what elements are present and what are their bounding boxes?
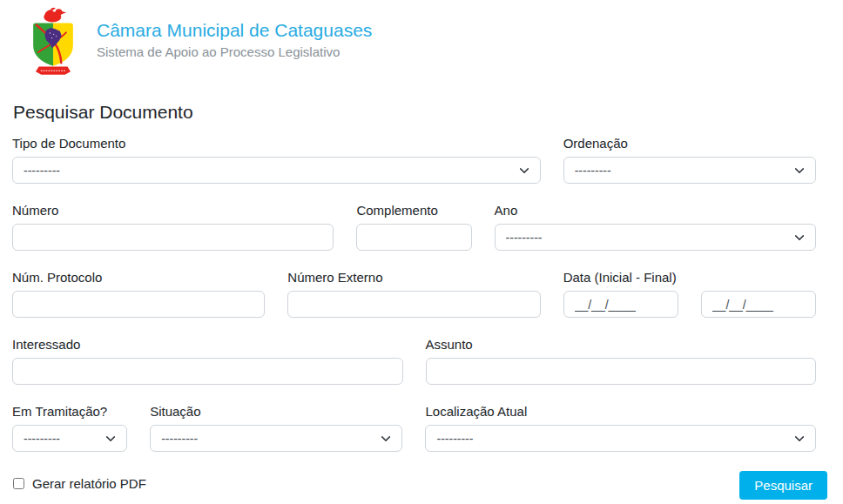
tipo-documento-label: Tipo de Documento	[12, 136, 541, 151]
em-tramitacao-select[interactable]: ---------	[12, 425, 127, 452]
assunto-input[interactable]	[426, 358, 817, 385]
app-title: Câmara Municipal de Cataguases	[97, 19, 372, 42]
ano-select[interactable]: ---------	[495, 224, 816, 251]
gerar-relatorio-pdf-checkbox[interactable]	[13, 478, 24, 489]
ano-label: Ano	[495, 203, 816, 218]
num-protocolo-label: Núm. Protocolo	[12, 270, 265, 285]
localizacao-atual-select[interactable]: ---------	[425, 425, 816, 452]
interessado-label: Interessado	[12, 337, 403, 352]
header-text: Câmara Municipal de Cataguases Sistema d…	[97, 7, 372, 62]
pesquisar-button[interactable]: Pesquisar	[739, 471, 827, 500]
gerar-relatorio-pdf-label: Gerar relatório PDF	[32, 476, 146, 491]
data-inicial-final-label: Data (Inicial - Final)	[563, 270, 816, 285]
form-row-4: Interessado Assunto	[1, 337, 827, 385]
ordenacao-select[interactable]: ---------	[563, 157, 816, 184]
num-protocolo-input[interactable]	[12, 291, 265, 318]
form-row-5: Em Tramitação? --------- Situação ------…	[1, 404, 827, 452]
numero-externo-label: Número Externo	[287, 270, 540, 285]
form-actions-row: Gerar relatório PDF Pesquisar	[1, 471, 827, 500]
localizacao-atual-label: Localização Atual	[425, 404, 816, 419]
data-inicial-input[interactable]	[563, 291, 678, 318]
form-row-1: Tipo de Documento --------- Ordenação --…	[1, 136, 827, 184]
numero-externo-input[interactable]	[287, 291, 540, 318]
complemento-label: Complemento	[356, 203, 471, 218]
numero-input[interactable]	[12, 224, 334, 251]
search-form-container: Pesquisar Documento Tipo de Documento --…	[0, 102, 827, 500]
complemento-input[interactable]	[356, 224, 471, 251]
situacao-select[interactable]: ---------	[150, 425, 402, 452]
form-row-2: Número Complemento Ano ---------	[1, 203, 827, 251]
app-subtitle: Sistema de Apoio ao Processo Legislativo	[97, 44, 372, 61]
data-final-input[interactable]	[701, 291, 816, 318]
app-header: Câmara Municipal de Cataguases Sistema d…	[0, 0, 843, 77]
cataguases-coat-of-arms-icon	[22, 7, 84, 77]
page-title: Pesquisar Documento	[13, 102, 827, 123]
ordenacao-label: Ordenação	[563, 136, 816, 151]
form-row-3: Núm. Protocolo Número Externo Data (Inic…	[1, 270, 827, 318]
pesquisar-documento-form: Tipo de Documento --------- Ordenação --…	[1, 136, 827, 500]
em-tramitacao-label: Em Tramitação?	[12, 404, 127, 419]
situacao-label: Situação	[150, 404, 402, 419]
numero-label: Número	[12, 203, 334, 218]
tipo-documento-select[interactable]: ---------	[12, 157, 541, 184]
gerar-relatorio-pdf-option[interactable]: Gerar relatório PDF	[1, 471, 146, 491]
assunto-label: Assunto	[426, 337, 817, 352]
interessado-input[interactable]	[12, 358, 403, 385]
